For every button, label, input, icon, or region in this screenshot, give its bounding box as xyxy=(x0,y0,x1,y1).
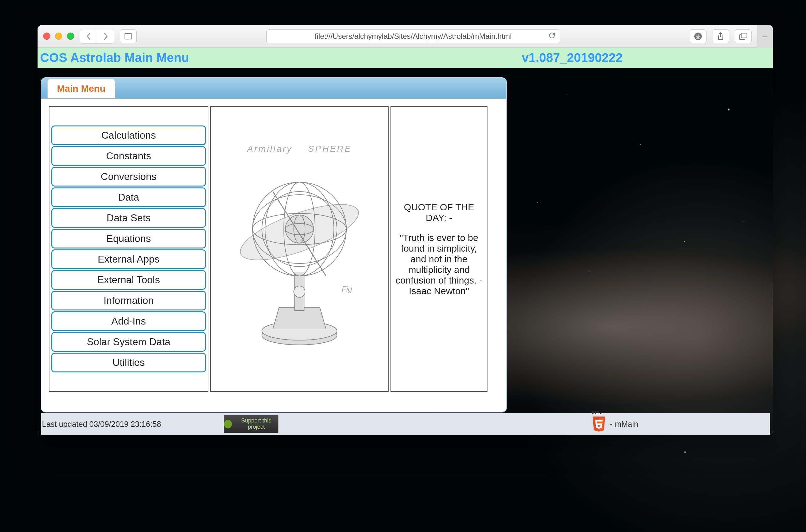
armillary-sphere-svg: Fig xyxy=(232,160,367,354)
illustration-caption-left: Armillary xyxy=(247,144,292,154)
svg-rect-5 xyxy=(741,33,747,38)
illustration-column: Armillary SPHERE xyxy=(210,106,389,392)
html5-badge-icon xyxy=(591,415,607,433)
menu-button-equations[interactable]: Equations xyxy=(51,229,206,248)
svg-rect-0 xyxy=(125,34,132,39)
page-title: COS Astrolab Main Menu xyxy=(38,51,189,65)
back-button[interactable] xyxy=(80,30,97,43)
quote-body: "Truth is ever to be found in simplicity… xyxy=(394,232,484,296)
url-text: file:///Users/alchymylab/Sites/Alchymy/A… xyxy=(315,32,512,41)
menu-button-add-ins[interactable]: Add-Ins xyxy=(51,311,206,331)
new-tab-button[interactable]: + xyxy=(757,25,773,48)
menu-button-data[interactable]: Data xyxy=(51,187,206,207)
menu-button-data-sets[interactable]: Data Sets xyxy=(51,208,206,228)
gear-icon xyxy=(224,420,232,429)
window-controls xyxy=(43,33,74,40)
address-bar[interactable]: file:///Users/alchymylab/Sites/Alchymy/A… xyxy=(266,30,560,43)
menu-button-constants[interactable]: Constants xyxy=(51,146,206,166)
close-window-button[interactable] xyxy=(43,33,50,40)
share-icon xyxy=(717,32,724,41)
chevron-right-icon xyxy=(103,33,108,40)
downloads-button[interactable] xyxy=(690,30,707,43)
page-viewport: COS Astrolab Main Menu v1.087_20190222 M… xyxy=(38,48,773,435)
plus-icon: + xyxy=(762,31,768,42)
share-button[interactable] xyxy=(712,30,729,43)
menu-button-calculations[interactable]: Calculations xyxy=(51,126,206,145)
footer-right: - mMain xyxy=(591,415,770,433)
menu-button-external-tools[interactable]: External Tools xyxy=(51,270,206,290)
tabs-button[interactable] xyxy=(735,30,752,43)
menu-button-utilities[interactable]: Utilities xyxy=(51,353,206,373)
quote-column: QUOTE OF THE DAY: - "Truth is ever to be… xyxy=(390,106,487,392)
tabs-icon xyxy=(739,33,748,40)
reload-icon xyxy=(548,32,556,39)
sidebar-icon xyxy=(124,33,132,39)
version-label: v1.087_20190222 xyxy=(522,51,773,65)
menu-button-conversions[interactable]: Conversions xyxy=(51,167,206,187)
maximize-window-button[interactable] xyxy=(67,33,74,40)
nav-buttons xyxy=(80,29,114,43)
menu-button-information[interactable]: Information xyxy=(51,291,206,310)
reload-button[interactable] xyxy=(548,32,556,41)
armillary-sphere-illustration: Armillary SPHERE xyxy=(214,130,385,368)
chevron-left-icon xyxy=(86,33,91,40)
illustration-caption-right: SPHERE xyxy=(308,144,352,154)
quote-heading: QUOTE OF THE DAY: - xyxy=(394,202,484,223)
page-name-label: - mMain xyxy=(610,420,638,429)
browser-window: file:///Users/alchymylab/Sites/Alchymy/A… xyxy=(38,25,773,435)
menu-button-solar-system-data[interactable]: Solar System Data xyxy=(51,332,206,352)
forward-button[interactable] xyxy=(97,30,114,43)
download-icon xyxy=(694,32,703,41)
tab-main-menu[interactable]: Main Menu xyxy=(47,79,115,98)
toolbar-right-group xyxy=(690,30,752,43)
support-label: Support this project xyxy=(234,418,278,430)
support-project-button[interactable]: Support this project xyxy=(224,415,279,433)
app-footer: Last updated 03/09/2019 23:16:58 Support… xyxy=(41,413,770,435)
browser-toolbar: file:///Users/alchymylab/Sites/Alchymy/A… xyxy=(38,25,773,48)
tab-strip: Main Menu xyxy=(41,78,506,99)
svg-point-9 xyxy=(294,286,305,297)
svg-point-17 xyxy=(285,215,313,243)
app-header: COS Astrolab Main Menu v1.087_20190222 xyxy=(38,48,773,68)
minimize-window-button[interactable] xyxy=(55,33,62,40)
main-panel: Main Menu Calculations Constants Convers… xyxy=(41,77,507,413)
svg-text:Fig: Fig xyxy=(342,285,352,293)
menu-column: Calculations Constants Conversions Data … xyxy=(49,106,208,392)
last-updated-label: Last updated 03/09/2019 23:16:58 xyxy=(41,420,161,429)
panel-body: Calculations Constants Conversions Data … xyxy=(41,99,506,399)
menu-button-external-apps[interactable]: External Apps xyxy=(51,249,206,269)
sidebar-toggle-button[interactable] xyxy=(120,30,137,43)
